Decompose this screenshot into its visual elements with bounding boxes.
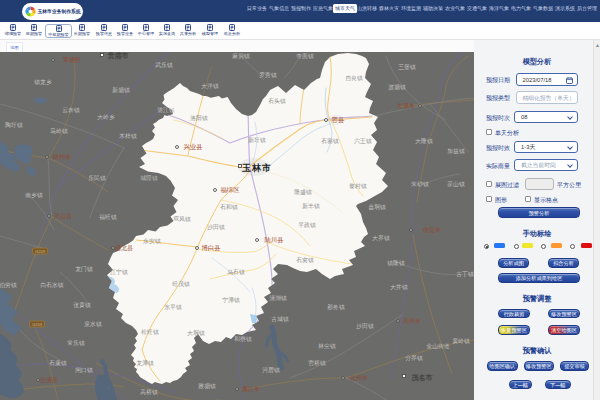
svg-text:松旺镇: 松旺镇 — [141, 329, 159, 335]
svg-text:城隍镇: 城隍镇 — [140, 174, 158, 181]
svg-text:沙田镇: 沙田镇 — [207, 224, 225, 231]
svg-text:闸口镇: 闸口镇 — [75, 367, 93, 374]
svg-text:G209: G209 — [35, 249, 46, 254]
svg-text:大岭乡: 大岭乡 — [97, 114, 115, 120]
svg-text:木梓镇: 木梓镇 — [118, 133, 137, 139]
svg-text:陆川县: 陆川县 — [264, 236, 283, 243]
svg-text:镇龙乡: 镇龙乡 — [34, 79, 52, 85]
svg-text:茂名市: 茂名市 — [411, 373, 433, 382]
svg-text:黎村镇: 黎村镇 — [349, 183, 367, 190]
svg-text:伯劳镇: 伯劳镇 — [0, 282, 17, 289]
svg-text:兴业县: 兴业县 — [183, 143, 202, 151]
svg-text:雅塘镇: 雅塘镇 — [197, 383, 216, 390]
svg-text:盘垌镇: 盘垌镇 — [368, 203, 386, 211]
svg-text:G209: G209 — [32, 322, 43, 327]
svg-text:石寨镇: 石寨镇 — [320, 137, 339, 145]
svg-text:容县: 容县 — [332, 116, 345, 124]
svg-text:寺面镇: 寺面镇 — [296, 52, 314, 60]
svg-text:茶山镇: 茶山镇 — [447, 181, 465, 187]
svg-text:永安镇: 永安镇 — [142, 238, 161, 244]
svg-text:黄岭镇: 黄岭镇 — [452, 338, 470, 344]
svg-text:和寮镇: 和寮镇 — [234, 335, 252, 342]
svg-text:泉水镇: 泉水镇 — [84, 321, 102, 327]
svg-text:化州市: 化州市 — [350, 374, 369, 382]
svg-text:官桥镇: 官桥镇 — [308, 360, 326, 366]
svg-text:大洋镇: 大洋镇 — [201, 83, 219, 90]
svg-text:分界镇: 分界镇 — [405, 355, 423, 361]
svg-text:加益镇: 加益镇 — [447, 148, 465, 155]
svg-text:金山街道: 金山街道 — [426, 343, 449, 350]
svg-text:河唇镇: 河唇镇 — [262, 366, 280, 374]
svg-text:沙田镇: 沙田镇 — [356, 323, 374, 330]
svg-text:三堡镇: 三堡镇 — [398, 63, 416, 70]
svg-text:福绵区: 福绵区 — [220, 186, 240, 194]
svg-text:乐民镇: 乐民镇 — [88, 175, 106, 181]
svg-text:新丰镇: 新丰镇 — [302, 203, 320, 209]
svg-text:岑溪市: 岑溪市 — [397, 102, 416, 110]
svg-text:石和镇: 石和镇 — [219, 203, 238, 211]
svg-text:横州市: 横州市 — [53, 153, 72, 160]
svg-text:云表镇: 云表镇 — [62, 107, 80, 113]
svg-text:新塘镇: 新塘镇 — [112, 87, 130, 94]
svg-text:东平镇: 东平镇 — [164, 303, 182, 310]
svg-text:自良镇: 自良镇 — [345, 75, 363, 82]
svg-text:双凤镇: 双凤镇 — [173, 215, 191, 222]
svg-text:龙潭镇: 龙潭镇 — [136, 359, 154, 367]
svg-text:白石水镇: 白石水镇 — [40, 281, 63, 289]
svg-text:廉江市: 廉江市 — [242, 385, 261, 393]
svg-text:旺茂镇: 旺茂镇 — [172, 281, 190, 287]
svg-text:常乐镇: 常乐镇 — [67, 340, 85, 346]
svg-text:博白县: 博白县 — [201, 244, 220, 251]
svg-text:高桥镇: 高桥镇 — [140, 389, 158, 395]
svg-text:那务镇: 那务镇 — [327, 303, 345, 311]
svg-text:龙门镇: 龙门镇 — [75, 265, 93, 272]
svg-text:古城镇: 古城镇 — [271, 316, 289, 323]
svg-text:南乡镇: 南乡镇 — [25, 192, 43, 198]
svg-text:武乐镇: 武乐镇 — [155, 62, 173, 68]
svg-text:洛阳镇: 洛阳镇 — [190, 115, 208, 122]
svg-text:新圩镇: 新圩镇 — [248, 137, 266, 143]
svg-text:麻洞镇: 麻洞镇 — [232, 53, 250, 60]
svg-text:波塘镇: 波塘镇 — [388, 84, 406, 91]
svg-text:朱砂镇: 朱砂镇 — [410, 181, 429, 187]
svg-text:大隆镇: 大隆镇 — [415, 137, 433, 144]
svg-text:石康镇: 石康镇 — [48, 359, 67, 367]
svg-text:张黄镇: 张黄镇 — [73, 302, 91, 309]
svg-text:镇隆镇: 镇隆镇 — [387, 259, 405, 266]
svg-text:六王镇: 六王镇 — [354, 137, 372, 144]
svg-text:大井镇: 大井镇 — [390, 284, 408, 290]
svg-text:江宁镇: 江宁镇 — [110, 269, 128, 276]
svg-text:灵山县: 灵山县 — [54, 212, 73, 219]
svg-text:古丁镇: 古丁镇 — [456, 271, 474, 278]
svg-text:合浦县: 合浦县 — [40, 376, 59, 384]
svg-text:浦北县: 浦北县 — [115, 244, 134, 252]
svg-text:林尘镇: 林尘镇 — [317, 343, 336, 349]
svg-text:信宜市: 信宜市 — [423, 226, 442, 234]
svg-text:石头镇: 石头镇 — [267, 97, 286, 105]
svg-text:罗秀镇: 罗秀镇 — [259, 71, 277, 79]
svg-text:大垌镇: 大垌镇 — [187, 329, 205, 337]
svg-text:马岭镇: 马岭镇 — [50, 128, 68, 134]
svg-text:大界镇: 大界镇 — [372, 235, 390, 241]
svg-text:湛江镇: 湛江镇 — [157, 107, 175, 114]
svg-text:福旺镇: 福旺镇 — [99, 214, 117, 221]
svg-text:贵港市: 贵港市 — [107, 52, 129, 60]
svg-text:高州市: 高州市 — [403, 317, 422, 324]
svg-text:平政镇: 平政镇 — [298, 221, 316, 228]
svg-text:陶圩镇: 陶圩镇 — [5, 121, 23, 129]
svg-text:清湖镇: 清湖镇 — [269, 295, 287, 302]
svg-text:玉林市: 玉林市 — [242, 163, 272, 173]
svg-text:宁潭镇: 宁潭镇 — [222, 296, 240, 304]
svg-text:石窝镇: 石窝镇 — [295, 256, 314, 264]
svg-text:覃塘区: 覃塘区 — [63, 56, 82, 64]
svg-text:乌石镇: 乌石镇 — [227, 268, 245, 276]
svg-text:隆盛镇: 隆盛镇 — [294, 188, 312, 196]
